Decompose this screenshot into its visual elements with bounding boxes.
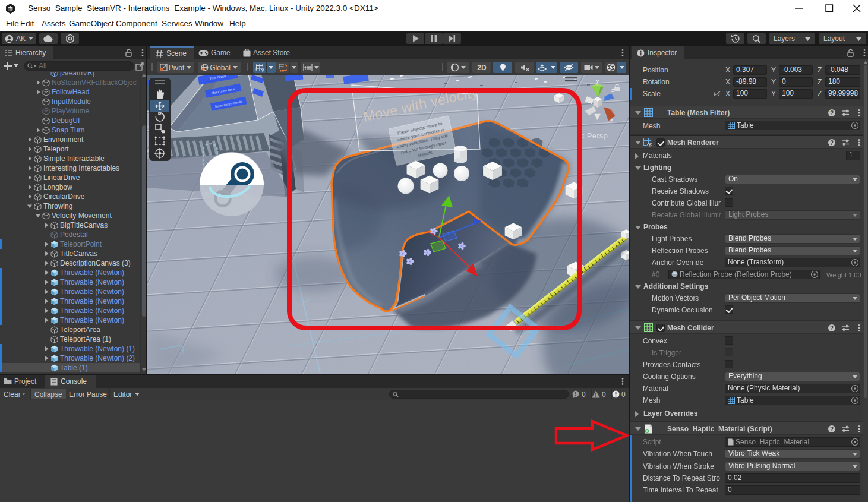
svg-text:?: ? xyxy=(830,140,834,146)
svg-text:x: x xyxy=(610,116,613,123)
svg-text:?: ? xyxy=(830,325,834,331)
svg-text:y: y xyxy=(596,77,599,84)
svg-text:Y: Y xyxy=(261,67,264,72)
svg-text:?: ? xyxy=(830,426,834,432)
svg-text:< Persp: < Persp xyxy=(580,131,608,140)
svg-text:?: ? xyxy=(830,110,834,116)
svg-text:z: z xyxy=(611,87,614,93)
